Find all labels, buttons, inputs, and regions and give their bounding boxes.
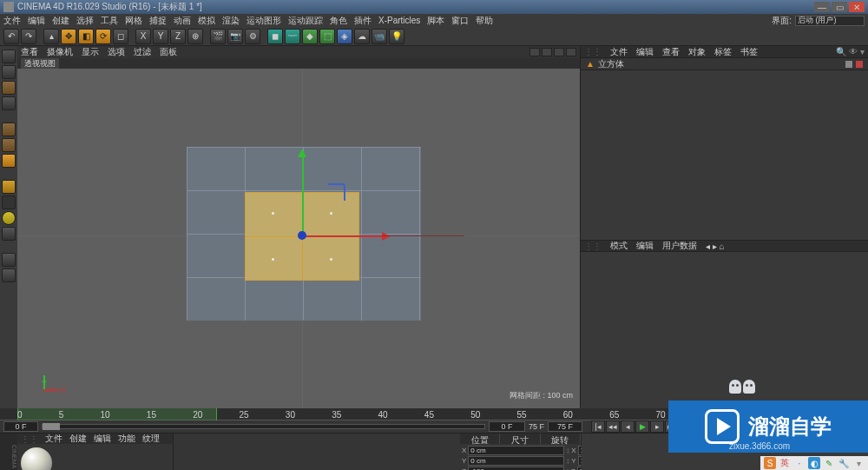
visibility-tag-icon[interactable] — [845, 61, 852, 68]
om-tab-file[interactable]: 文件 — [610, 46, 628, 58]
camera-icon[interactable]: 📹 — [372, 29, 387, 44]
mat-tab-func[interactable]: 功能 — [118, 433, 135, 445]
redo-button[interactable]: ↷ — [21, 29, 36, 44]
vp-nav-icon[interactable] — [554, 48, 564, 56]
workplane-icon[interactable] — [2, 96, 16, 110]
menu-edit[interactable]: 编辑 — [28, 15, 45, 27]
mat-tab-file[interactable]: 文件 — [45, 433, 62, 445]
y-axis[interactable] — [302, 156, 304, 235]
environment-icon[interactable]: ☁ — [354, 29, 370, 44]
cube-icon[interactable]: ◼ — [267, 29, 283, 44]
z-rotate-gizmo[interactable] — [328, 183, 345, 201]
texture-mode-icon[interactable] — [2, 81, 16, 95]
tray-icon[interactable]: ▾ — [852, 457, 865, 469]
menu-window[interactable]: 窗口 — [451, 15, 469, 27]
attribute-body[interactable] — [581, 252, 868, 408]
menu-mograph[interactable]: 运动图形 — [247, 15, 281, 27]
slider-thumb[interactable] — [43, 423, 60, 430]
frame-cur-input[interactable] — [489, 421, 525, 432]
phong-tag-icon[interactable] — [856, 61, 863, 68]
menu-mesh[interactable]: 网格 — [125, 15, 142, 27]
menu-file[interactable]: 文件 — [3, 15, 21, 27]
light-icon[interactable]: 💡 — [389, 29, 404, 44]
x-axis[interactable] — [302, 235, 385, 237]
frame-start-input[interactable] — [3, 421, 38, 432]
pivot-icon[interactable] — [298, 231, 306, 240]
vp-nav-icon[interactable] — [529, 48, 540, 56]
om-tab-view[interactable]: 查看 — [662, 46, 680, 58]
frame-end-input[interactable] — [548, 421, 582, 432]
viewport-solo-icon[interactable] — [2, 253, 16, 267]
vp-nav-icon[interactable] — [542, 48, 552, 56]
vp-menu-filter[interactable]: 过滤 — [134, 46, 151, 58]
coord-x-pos[interactable] — [468, 446, 564, 455]
coord-z-pos[interactable] — [468, 467, 564, 470]
minimize-button[interactable]: — — [814, 2, 830, 12]
undo-button[interactable]: ↶ — [3, 29, 19, 44]
menu-render[interactable]: 渲染 — [222, 15, 240, 27]
tray-icon[interactable]: S — [764, 457, 776, 469]
prev-frame-button[interactable]: ◂ — [621, 420, 635, 433]
menu-select[interactable]: 选择 — [76, 15, 94, 27]
mat-tab-create[interactable]: 创建 — [69, 433, 87, 445]
edge-mode-icon[interactable] — [2, 138, 16, 152]
attr-nav-icon[interactable]: ▸ — [713, 242, 717, 251]
y-axis-arrow-icon[interactable] — [298, 149, 306, 157]
menu-help[interactable]: 帮助 — [476, 15, 493, 27]
om-tab-bookmarks[interactable]: 书签 — [740, 46, 758, 58]
tweak-mode-icon[interactable] — [2, 195, 16, 209]
menu-script[interactable]: 脚本 — [427, 15, 444, 27]
play-button[interactable]: ▶ — [635, 420, 649, 433]
coord-y-pos[interactable] — [468, 456, 564, 466]
move-tool[interactable]: ✥ — [61, 29, 76, 44]
menu-tools[interactable]: 工具 — [101, 15, 118, 27]
scale-tool[interactable]: ◧ — [78, 29, 94, 44]
vp-menu-camera[interactable]: 摄像机 — [47, 46, 73, 58]
render-pv-button[interactable]: 📷 — [227, 29, 243, 44]
model-mode-icon[interactable] — [2, 65, 16, 79]
vp-menu-display[interactable]: 显示 — [82, 46, 99, 58]
close-button[interactable]: ✕ — [849, 2, 865, 12]
tray-icon[interactable]: 英 — [779, 457, 791, 469]
rotate-tool[interactable]: ⟳ — [95, 29, 111, 44]
search-icon[interactable]: 🔍 — [836, 47, 846, 56]
axis-z-button[interactable]: Z — [170, 29, 186, 44]
vp-menu-options[interactable]: 选项 — [108, 46, 125, 58]
om-tab-tags[interactable]: 标签 — [714, 46, 732, 58]
polygon-mode-icon[interactable] — [2, 154, 16, 168]
tray-icon[interactable]: · — [793, 457, 806, 469]
filter-icon[interactable]: ▾ — [860, 47, 865, 56]
menu-xparticles[interactable]: X-Particles — [378, 16, 420, 25]
object-row[interactable]: ▲ 立方体 — [581, 58, 868, 70]
menu-animate[interactable]: 动画 — [174, 15, 191, 27]
menu-plugins[interactable]: 插件 — [354, 15, 372, 27]
workplane2-icon[interactable] — [2, 227, 16, 241]
goto-start-button[interactable]: |◂ — [591, 420, 605, 433]
maximize-button[interactable]: ▭ — [832, 2, 847, 12]
menu-simulate[interactable]: 模拟 — [198, 15, 215, 27]
mat-tab-edit[interactable]: 编辑 — [94, 433, 111, 445]
attr-tab-userdata[interactable]: 用户数据 — [662, 240, 697, 252]
next-frame-button[interactable]: ▸ — [650, 420, 664, 433]
coord-system-button[interactable]: ⊕ — [187, 29, 203, 44]
deformer-icon[interactable]: ◈ — [337, 29, 352, 44]
attr-tab-edit[interactable]: 编辑 — [636, 240, 654, 252]
attr-nav-icon[interactable]: ◂ — [706, 242, 710, 251]
x-axis-arrow-icon[interactable] — [382, 232, 391, 241]
point-mode-icon[interactable] — [2, 122, 16, 136]
array-icon[interactable]: ⬚ — [319, 29, 335, 44]
spline-icon[interactable]: 〰 — [285, 29, 300, 44]
axis-mode-icon[interactable] — [2, 180, 16, 194]
layout-select[interactable] — [795, 16, 865, 26]
material-preview-icon[interactable] — [21, 447, 52, 470]
select-tool[interactable]: ▴ — [43, 29, 59, 44]
axis-x-button[interactable]: X — [135, 29, 151, 44]
attr-nav-icon[interactable]: ⌂ — [720, 242, 725, 251]
menu-snap[interactable]: 捕捉 — [149, 15, 167, 27]
render-settings-button[interactable]: ⚙ — [245, 29, 260, 44]
vp-menu-view[interactable]: 查看 — [21, 46, 38, 58]
nurbs-icon[interactable]: ◆ — [302, 29, 318, 44]
viewport-canvas[interactable]: Y X 网格间距 : 100 cm — [17, 69, 580, 408]
tray-icon[interactable]: ✎ — [823, 457, 835, 469]
menu-motiontrack[interactable]: 运动跟踪 — [288, 15, 323, 27]
